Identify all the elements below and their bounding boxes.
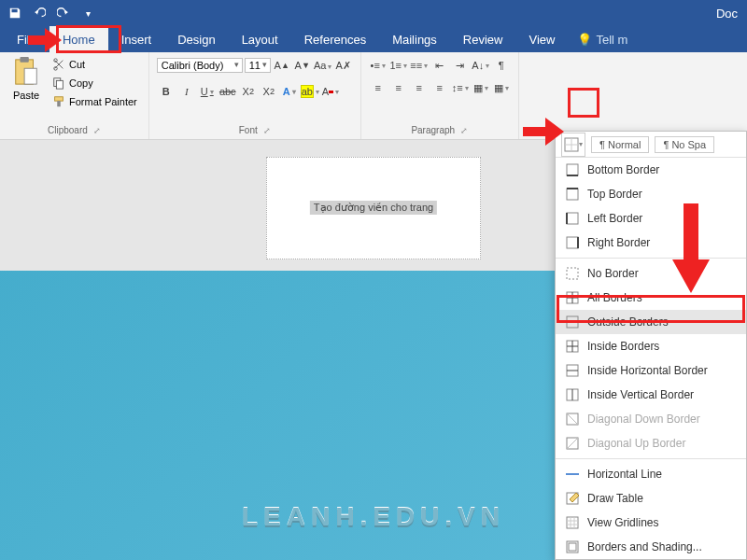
- group-paragraph: •≡ 1≡ ≡≡ ⇤ ⇥ A↓ ¶ ≡ ≡ ≡ ≡ ↕≡ ▦: [361, 52, 519, 139]
- tab-design[interactable]: Design: [164, 26, 228, 52]
- menu-diagonal-down-border[interactable]: Diagonal Down Border: [556, 407, 746, 431]
- decrease-indent-button[interactable]: ⇤: [430, 56, 449, 75]
- menu-label: Top Border: [587, 188, 642, 201]
- tab-home[interactable]: Home: [49, 26, 108, 52]
- tell-me-search[interactable]: 💡 Tell m: [568, 26, 637, 52]
- underline-button[interactable]: U: [198, 82, 217, 101]
- svg-rect-16: [567, 213, 578, 224]
- menu-inside-vertical-border[interactable]: Inside Vertical Border: [556, 383, 746, 407]
- ribbon: Paste Cut Copy Format Painter: [0, 52, 747, 140]
- svg-rect-7: [55, 97, 63, 101]
- grow-font-button[interactable]: A▲: [273, 56, 291, 75]
- copy-button[interactable]: Copy: [49, 75, 141, 91]
- italic-button[interactable]: I: [177, 82, 196, 101]
- scissors-icon: [52, 58, 65, 71]
- tab-mailings[interactable]: Mailings: [379, 26, 450, 52]
- svg-rect-18: [567, 237, 578, 248]
- menu-label: Borders and Shading...: [587, 540, 702, 553]
- menu-label: View Gridlines: [587, 516, 658, 529]
- redo-icon[interactable]: [54, 4, 73, 22]
- shrink-font-button[interactable]: A▼: [293, 56, 312, 75]
- tab-references[interactable]: References: [291, 26, 379, 52]
- menu-label: Inside Vertical Border: [587, 388, 694, 401]
- sort-button[interactable]: A↓: [472, 56, 490, 75]
- line-spacing-button[interactable]: ↕≡: [451, 78, 470, 97]
- qat-customize-icon[interactable]: ▾: [78, 4, 97, 22]
- borders-split-button[interactable]: ▾: [561, 133, 585, 157]
- borders-dropdown-header: ▾ ¶ Normal ¶ No Spa: [556, 132, 746, 158]
- menu-inside-horizontal-border[interactable]: Inside Horizontal Border: [556, 358, 746, 383]
- font-name-combo[interactable]: Calibri (Body): [157, 58, 243, 73]
- style-nospacing[interactable]: ¶ No Spa: [655, 136, 714, 153]
- save-icon[interactable]: [6, 4, 24, 22]
- clipboard-launcher-icon[interactable]: ⤢: [93, 126, 101, 135]
- style-normal[interactable]: ¶ Normal: [591, 136, 649, 153]
- tab-file[interactable]: File: [4, 26, 49, 52]
- tab-review[interactable]: Review: [450, 26, 516, 52]
- svg-rect-20: [567, 268, 578, 279]
- menu-diagonal-up-border[interactable]: Diagonal Up Border: [556, 431, 746, 455]
- paste-label: Paste: [13, 90, 39, 101]
- borders-icon: [564, 137, 579, 152]
- subscript-button[interactable]: X2: [239, 82, 258, 101]
- paintbrush-icon: [52, 95, 65, 108]
- watermark: LEANH.EDU.VN: [242, 502, 505, 532]
- menu-all-borders[interactable]: All Borders: [556, 286, 746, 310]
- font-size-combo[interactable]: 11: [245, 58, 271, 73]
- menu-view-gridlines[interactable]: View Gridlines: [556, 511, 746, 535]
- font-launcher-icon[interactable]: ⤢: [263, 126, 271, 135]
- tab-insert[interactable]: Insert: [108, 26, 165, 52]
- align-center-button[interactable]: ≡: [389, 78, 408, 97]
- menu-label: All Borders: [587, 291, 642, 304]
- menu-draw-table[interactable]: Draw Table: [556, 486, 746, 511]
- cut-label: Cut: [69, 59, 85, 70]
- tab-layout[interactable]: Layout: [229, 26, 291, 52]
- bullets-button[interactable]: •≡: [369, 56, 388, 75]
- borders-button[interactable]: ▦: [492, 78, 511, 97]
- menu-label: Draw Table: [587, 492, 643, 505]
- multilevel-list-button[interactable]: ≡≡: [410, 56, 429, 75]
- menu-top-border[interactable]: Top Border: [556, 182, 746, 206]
- paste-button[interactable]: Paste: [7, 56, 45, 101]
- highlight-button[interactable]: ab: [301, 82, 319, 101]
- menu-left-border[interactable]: Left Border: [556, 206, 746, 231]
- svg-rect-24: [567, 316, 578, 328]
- menu-label: No Border: [587, 267, 639, 280]
- shading-button[interactable]: ▦: [472, 78, 490, 97]
- menu-label: Inside Horizontal Border: [587, 364, 708, 377]
- lightbulb-icon: 💡: [577, 33, 592, 47]
- tab-view[interactable]: View: [515, 26, 568, 52]
- menu-label: Bottom Border: [587, 163, 659, 176]
- menu-borders-and-shading[interactable]: Borders and Shading...: [556, 535, 746, 559]
- change-case-button[interactable]: Aa: [314, 56, 332, 75]
- tell-me-label: Tell m: [596, 33, 627, 47]
- show-hide-button[interactable]: ¶: [492, 56, 511, 75]
- font-color-button[interactable]: A: [321, 82, 340, 101]
- menu-outside-borders[interactable]: Outside Borders: [556, 310, 746, 334]
- text-effects-button[interactable]: A: [280, 82, 299, 101]
- undo-icon[interactable]: [30, 4, 49, 22]
- menu-label: Right Border: [587, 236, 650, 249]
- strikethrough-button[interactable]: abc: [218, 82, 237, 101]
- cut-button[interactable]: Cut: [49, 56, 141, 73]
- numbering-button[interactable]: 1≡: [389, 56, 408, 75]
- align-left-button[interactable]: ≡: [369, 78, 388, 97]
- increase-indent-button[interactable]: ⇥: [451, 56, 470, 75]
- menu-label: Outside Borders: [587, 315, 669, 329]
- format-painter-button[interactable]: Format Painter: [49, 93, 141, 110]
- justify-button[interactable]: ≡: [430, 78, 449, 97]
- menu-horizontal-line[interactable]: Horizontal Line: [556, 462, 746, 486]
- selected-text[interactable]: Tạo đường viền cho trang: [310, 201, 437, 215]
- menu-inside-borders[interactable]: Inside Borders: [556, 334, 746, 358]
- clear-formatting-button[interactable]: A✗: [334, 56, 353, 75]
- menu-no-border[interactable]: No Border: [556, 261, 746, 286]
- bold-button[interactable]: B: [157, 82, 176, 101]
- menu-right-border[interactable]: Right Border: [556, 231, 746, 255]
- superscript-button[interactable]: X2: [260, 82, 278, 101]
- paragraph-launcher-icon[interactable]: ⤢: [460, 126, 468, 135]
- menu-label: Diagonal Down Border: [587, 413, 700, 426]
- page[interactable]: Tạo đường viền cho trang: [266, 157, 481, 259]
- group-clipboard: Paste Cut Copy Format Painter: [0, 52, 149, 139]
- menu-bottom-border[interactable]: Bottom Border: [556, 158, 746, 182]
- align-right-button[interactable]: ≡: [410, 78, 429, 97]
